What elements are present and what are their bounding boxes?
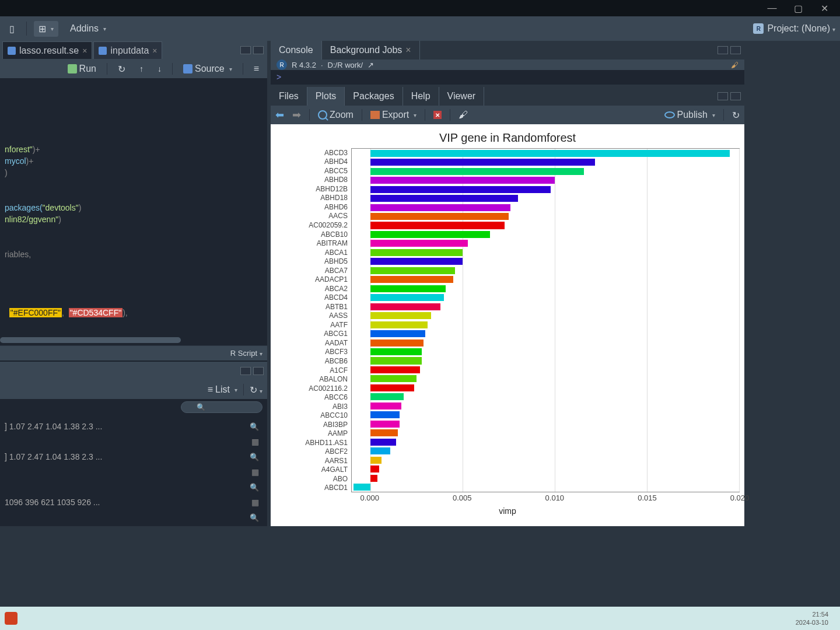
go-up-button[interactable]: ↑ [136, 63, 147, 75]
y-tick-label: ABHD4 [275, 158, 351, 167]
r-version: R 4.3.2 [292, 61, 316, 69]
chart-bar [370, 186, 551, 193]
tab-plots[interactable]: Plots [307, 87, 345, 106]
source-tabs: lasso.result.se × inputdata × [0, 41, 267, 60]
chart-bar [370, 204, 510, 211]
chart-bar [370, 357, 422, 364]
chart-bar [370, 294, 444, 301]
source-icon [183, 64, 192, 74]
refresh-plot-button[interactable]: ↻ [732, 110, 740, 121]
os-taskbar[interactable]: 21:54 2024-03-10 [0, 607, 840, 630]
tab-viewer[interactable]: Viewer [439, 87, 485, 106]
toolbar-grid-button[interactable]: ⊞ [34, 21, 58, 37]
chart-bar [370, 150, 730, 157]
addins-dropdown[interactable]: Addins [65, 21, 111, 36]
tab-lasso-result[interactable]: lasso.result.se × [2, 41, 92, 59]
language-selector[interactable]: R Script [230, 349, 262, 358]
chart-bar [370, 222, 505, 229]
y-tick-label: ABCB10 [275, 230, 351, 239]
pane-minimize-icon[interactable] [718, 92, 728, 100]
tab-console[interactable]: Console [271, 41, 322, 60]
plot-prev-button[interactable]: ⬅ [275, 108, 284, 121]
publish-icon [664, 111, 675, 118]
chart-bar [370, 402, 402, 410]
chart-bar [370, 447, 391, 454]
chart-bar [370, 276, 453, 283]
pane-maximize-icon[interactable] [253, 46, 264, 54]
toolbar-menu-1[interactable]: ▯ [5, 21, 19, 37]
system-clock: 21:54 2024-03-10 [796, 610, 835, 626]
chart-bar [370, 249, 463, 256]
y-tick-label: AC002059.2 [275, 220, 351, 230]
y-tick-label: AARS1 [275, 456, 351, 466]
pane-minimize-icon[interactable] [240, 367, 251, 375]
chart-bar [370, 429, 398, 436]
grid-icon[interactable]: ▦ [248, 437, 262, 446]
working-dir[interactable]: D:/R work/ [328, 61, 363, 69]
x-tick-label: 0.015 [638, 494, 657, 502]
chart-bar [370, 340, 424, 346]
taskbar-app-icon[interactable] [5, 612, 18, 625]
environment-list[interactable]: ] 1.07 2.47 1.04 1.38 2.3 ...🔍 ▦ ] 1.07 … [0, 415, 267, 526]
maximize-button[interactable]: ▢ [785, 0, 811, 16]
editor-h-scrollbar[interactable] [0, 336, 267, 344]
grid-icon[interactable]: ▦ [248, 467, 262, 477]
y-tick-label: ABHD11.AS1 [275, 438, 351, 447]
y-tick-label: ABCF2 [275, 447, 351, 457]
chart-bar [370, 375, 416, 382]
list-view-dropdown[interactable]: ≡ List [208, 384, 237, 395]
y-tick-label: ABCD3 [275, 148, 351, 158]
popout-icon[interactable]: ↗ [368, 61, 374, 69]
pane-minimize-icon[interactable] [718, 46, 728, 54]
outline-button[interactable]: ≡ [250, 62, 262, 75]
y-tick-label: ABCC10 [275, 411, 351, 420]
tab-inputdata[interactable]: inputdata × [93, 41, 162, 59]
plot-toolbar: ⬅ ➡ Zoom Export ✕ 🖌 [271, 106, 744, 124]
clear-console-icon[interactable]: 🖌 [731, 61, 738, 69]
close-icon[interactable]: × [405, 45, 411, 55]
refresh-button[interactable]: ↻ [250, 384, 262, 396]
inspect-icon[interactable]: 🔍 [246, 422, 262, 431]
close-icon[interactable]: × [82, 46, 87, 55]
tab-files[interactable]: Files [271, 87, 307, 106]
chart-bar [370, 258, 463, 265]
tab-background-jobs[interactable]: Background Jobs × [322, 41, 420, 60]
chart-bar [370, 457, 382, 464]
pane-minimize-icon[interactable] [240, 46, 251, 54]
console-output[interactable]: > [271, 70, 744, 85]
go-down-button[interactable]: ↓ [154, 63, 165, 75]
grid-icon[interactable]: ▦ [248, 498, 262, 507]
publish-dropdown[interactable]: Publish [664, 110, 715, 120]
pane-maximize-icon[interactable] [730, 92, 741, 100]
clear-plots-button[interactable]: 🖌 [459, 110, 468, 120]
run-button[interactable]: Run [64, 62, 100, 75]
close-icon[interactable]: × [152, 46, 157, 55]
delete-plot-button[interactable]: ✕ [433, 111, 442, 119]
close-button[interactable]: ✕ [811, 0, 838, 16]
code-editor[interactable]: nforest")+ mycol)+ ) packages("devtools"… [0, 78, 267, 345]
tab-help[interactable]: Help [403, 87, 439, 106]
minimize-button[interactable]: — [759, 0, 785, 16]
rerun-button[interactable]: ↻ [114, 62, 129, 76]
chart-bar [370, 421, 400, 428]
pane-maximize-icon[interactable] [730, 46, 741, 54]
tab-packages[interactable]: Packages [345, 87, 402, 106]
environment-search-input[interactable] [181, 401, 262, 413]
chart-bar [370, 195, 518, 202]
chart-bar [370, 330, 426, 337]
project-selector[interactable]: Project: (None) [767, 23, 835, 34]
zoom-button[interactable]: Zoom [318, 110, 354, 120]
inspect-icon[interactable]: 🔍 [246, 513, 262, 522]
x-tick-label: 0.005 [453, 494, 472, 502]
y-tick-label: ABCF3 [275, 348, 351, 357]
tab-label: lasso.result.se [19, 46, 79, 56]
source-dropdown[interactable]: Source [180, 62, 236, 75]
y-tick-label: ABI3BP [275, 420, 351, 429]
inspect-icon[interactable]: 🔍 [246, 483, 262, 492]
y-tick-label: ABCA1 [275, 248, 351, 257]
export-dropdown[interactable]: Export [370, 110, 416, 120]
inspect-icon[interactable]: 🔍 [246, 453, 262, 461]
pane-maximize-icon[interactable] [253, 367, 264, 375]
plot-next-button[interactable]: ➡ [292, 108, 301, 121]
y-tick-label: AADACP1 [275, 275, 351, 284]
